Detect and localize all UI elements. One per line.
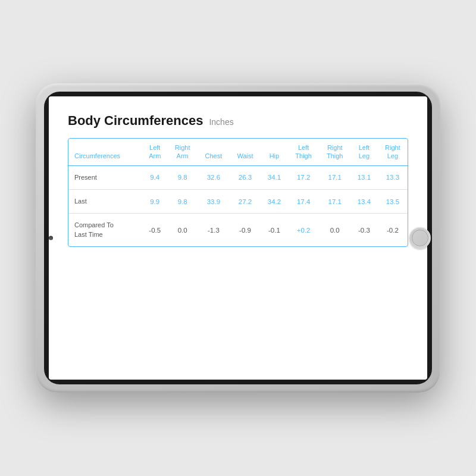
cell-r2-c1: 0.0 xyxy=(168,214,198,246)
col-header-chest: Chest xyxy=(198,139,230,165)
cell-r2-c4: -0.1 xyxy=(261,214,288,246)
col-header-right_leg: RightLeg xyxy=(378,139,408,165)
circumferences-table: CircumferencesLeftArmRightArmChestWaistH… xyxy=(68,139,408,246)
cell-r1-c1: 9.8 xyxy=(168,189,198,213)
cell-r1-c0: 9.9 xyxy=(142,189,168,213)
cell-r1-c7: 13.4 xyxy=(350,189,378,213)
page-subtitle: Inches xyxy=(209,117,233,127)
tablet-screen: Body Circumferences Inches Circumference… xyxy=(49,96,427,380)
tablet-bezel: Body Circumferences Inches Circumference… xyxy=(44,92,432,384)
table-row: Last9.99.833.927.234.217.417.113.413.5 xyxy=(68,189,408,213)
cell-r2-c2: -1.3 xyxy=(198,214,230,246)
circumferences-table-container: CircumferencesLeftArmRightArmChestWaistH… xyxy=(68,138,408,247)
cell-r1-c6: 17.1 xyxy=(319,189,350,213)
cell-r0-c3: 26.3 xyxy=(230,165,261,189)
cell-r0-c2: 32.6 xyxy=(198,165,230,189)
row-label-0: Present xyxy=(68,165,142,189)
home-button-inner xyxy=(412,230,428,246)
cell-r2-c0: -0.5 xyxy=(142,214,168,246)
cell-r0-c1: 9.8 xyxy=(168,165,198,189)
table-row: Compared To Last Time-0.50.0-1.3-0.9-0.1… xyxy=(68,214,408,246)
col-header-hip: Hip xyxy=(261,139,288,165)
cell-r0-c0: 9.4 xyxy=(142,165,168,189)
cell-r2-c5: +0.2 xyxy=(288,214,320,246)
table-header-row: CircumferencesLeftArmRightArmChestWaistH… xyxy=(68,139,408,165)
col-header-label: Circumferences xyxy=(68,139,142,165)
col-header-waist: Waist xyxy=(230,139,261,165)
cell-r1-c5: 17.4 xyxy=(288,189,320,213)
cell-r0-c5: 17.2 xyxy=(288,165,320,189)
col-header-right_arm: RightArm xyxy=(168,139,198,165)
col-header-right_thigh: RightThigh xyxy=(319,139,350,165)
title-area: Body Circumferences Inches xyxy=(68,113,408,129)
cell-r0-c4: 34.1 xyxy=(261,165,288,189)
col-header-left_arm: LeftArm xyxy=(142,139,168,165)
cell-r2-c6: 0.0 xyxy=(319,214,350,246)
col-header-left_thigh: LeftThigh xyxy=(288,139,320,165)
cell-r2-c7: -0.3 xyxy=(350,214,378,246)
tablet-device: Body Circumferences Inches Circumference… xyxy=(36,83,440,393)
cell-r1-c3: 27.2 xyxy=(230,189,261,213)
cell-r0-c7: 13.1 xyxy=(350,165,378,189)
row-label-2: Compared To Last Time xyxy=(68,214,142,246)
cell-r2-c3: -0.9 xyxy=(230,214,261,246)
row-label-1: Last xyxy=(68,189,142,213)
cell-r0-c6: 17.1 xyxy=(319,165,350,189)
cell-r2-c8: -0.2 xyxy=(378,214,408,246)
camera-dot xyxy=(49,236,53,240)
table-row: Present9.49.832.626.334.117.217.113.113.… xyxy=(68,165,408,189)
col-header-left_leg: LeftLeg xyxy=(350,139,378,165)
cell-r0-c8: 13.3 xyxy=(378,165,408,189)
cell-r1-c8: 13.5 xyxy=(378,189,408,213)
cell-r1-c4: 34.2 xyxy=(261,189,288,213)
home-button[interactable] xyxy=(409,227,431,249)
cell-r1-c2: 33.9 xyxy=(198,189,230,213)
page-title: Body Circumferences xyxy=(68,113,203,129)
